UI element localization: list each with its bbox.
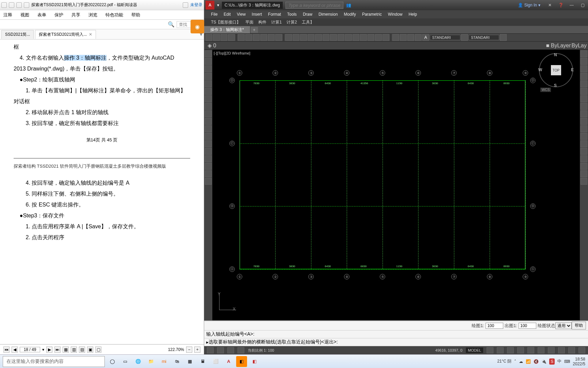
status-icon[interactable] — [207, 347, 214, 353]
status-icon[interactable] — [517, 347, 524, 353]
tool-icon[interactable] — [392, 34, 399, 41]
menu-tools[interactable]: Tools — [287, 12, 297, 17]
pdf-tab-1[interactable]: SSD2021简... — [1, 30, 34, 39]
tool-icon[interactable] — [461, 34, 468, 41]
battery-icon[interactable]: 🔌 — [541, 359, 546, 364]
tool-icon[interactable] — [407, 34, 414, 41]
layout-icon[interactable]: ▦ — [63, 347, 69, 353]
ime-icon[interactable]: ⌨ — [564, 359, 570, 364]
zoom-out-icon[interactable]: − — [186, 347, 192, 353]
tool-icon[interactable] — [581, 170, 587, 177]
status-icon[interactable] — [217, 347, 224, 353]
menu-comment[interactable]: 注释 — [3, 12, 12, 18]
cad-canvas[interactable]: [-][Top][2D Wireframe] TOP N S E W WCS ①… — [212, 50, 580, 320]
wifi-icon[interactable]: 📶 — [526, 359, 531, 364]
menu-browse[interactable]: 浏览 — [88, 12, 97, 18]
app-icon[interactable]: ⬜ — [210, 356, 221, 367]
color-select[interactable]: ■ ByLayer — [546, 43, 571, 49]
tool-icon[interactable] — [345, 34, 352, 41]
tool-icon[interactable] — [213, 34, 220, 41]
cad-search-input[interactable] — [285, 2, 343, 9]
tool-icon[interactable] — [375, 34, 382, 41]
clock[interactable]: 18:58 2022/5 — [573, 357, 585, 366]
status-icon[interactable] — [527, 347, 534, 353]
tool-icon[interactable] — [338, 34, 344, 41]
tool-icon[interactable] — [205, 178, 212, 185]
foxit-logo-icon[interactable]: ◉ — [191, 20, 204, 33]
tool-icon[interactable] — [581, 88, 587, 95]
menu-view[interactable]: View — [237, 12, 246, 17]
command-line[interactable]: ▸ 选取要标轴网最外侧的横断轴线(选取点靠近起始编号)<退出>: — [204, 338, 588, 346]
tool-icon[interactable] — [400, 34, 407, 41]
tool-icon[interactable] — [268, 34, 275, 41]
tool-icon[interactable] — [581, 155, 587, 162]
new-tab-icon[interactable]: ＋ — [250, 27, 258, 33]
onedrive-icon[interactable]: ☁ — [519, 359, 523, 364]
menu-plan[interactable]: 平面 — [245, 19, 254, 25]
menu-dimension[interactable]: Dimension — [318, 12, 338, 17]
viewcube[interactable]: TOP N S E W WCS — [539, 53, 573, 87]
tool-icon[interactable] — [581, 95, 587, 102]
tool-icon[interactable] — [205, 170, 212, 177]
tool-icon[interactable] — [581, 133, 587, 140]
tool-icon[interactable] — [205, 73, 212, 80]
tool-icon[interactable] — [315, 34, 322, 41]
tool-icon[interactable] — [581, 110, 587, 117]
tool-icon[interactable] — [205, 163, 212, 170]
tool-icon[interactable] — [205, 118, 212, 125]
tool-icon[interactable] — [205, 155, 212, 162]
textstyle-select[interactable]: STANDARI — [430, 35, 460, 40]
wcs-label[interactable]: WCS — [540, 88, 551, 92]
infocenter-icon[interactable]: 👥 — [346, 3, 351, 7]
tool-icon[interactable] — [260, 34, 267, 41]
layout-icon[interactable]: ▢ — [95, 347, 101, 353]
tool-icon[interactable] — [330, 34, 337, 41]
tool-icon[interactable] — [206, 34, 212, 41]
status-icon[interactable] — [538, 347, 544, 353]
app-icon[interactable]: ▦ — [184, 356, 195, 367]
menu-help[interactable]: 帮助 — [131, 12, 140, 18]
draw-state-select[interactable]: 通用 — [555, 322, 572, 329]
cloud-icon[interactable] — [183, 2, 188, 8]
tool-icon[interactable] — [581, 65, 587, 72]
tool-icon[interactable] — [581, 58, 587, 65]
tool-icon[interactable] — [205, 140, 212, 147]
text-icon[interactable]: A — [422, 34, 429, 41]
tool-icon[interactable] — [581, 80, 587, 87]
taskbar-search-input[interactable]: 在这里输入你要搜索的内容 — [3, 356, 105, 367]
redo-icon[interactable] — [16, 2, 22, 8]
tool-icon[interactable] — [382, 34, 389, 41]
login-status[interactable]: 未登录 — [190, 2, 202, 8]
pdf-document-view[interactable]: 框 4. 文件名右侧输入操作 3：轴网标注，文件类型确定为 AutoCAD 20… — [0, 40, 204, 344]
menu-format[interactable]: Format — [268, 12, 281, 17]
next-page-icon[interactable]: ▶ — [46, 347, 52, 353]
calculator-icon[interactable]: 🖩 — [197, 356, 208, 367]
tool-icon[interactable] — [581, 125, 587, 132]
tool-icon[interactable] — [323, 34, 329, 41]
store-icon[interactable]: 🛍 — [172, 356, 182, 367]
mi-icon[interactable]: mi — [159, 356, 169, 367]
tool-icon[interactable] — [360, 34, 367, 41]
menu-window[interactable]: Window — [388, 12, 403, 17]
page-input[interactable] — [20, 347, 40, 352]
linetype-select[interactable]: ByLay — [572, 43, 587, 49]
menu-share[interactable]: 共享 — [71, 12, 80, 18]
help-icon[interactable]: ❓ — [557, 1, 565, 9]
layout-icon[interactable]: ▣ — [87, 347, 93, 353]
menu-parametric[interactable]: Parametric — [362, 12, 382, 17]
tool-icon[interactable] — [205, 125, 212, 132]
tool-icon[interactable] — [205, 95, 212, 102]
status-icon[interactable] — [497, 347, 504, 353]
zoom-in-icon[interactable]: ＋ — [194, 347, 200, 353]
print-icon[interactable] — [24, 2, 29, 8]
status-icon[interactable] — [568, 347, 575, 353]
tool-icon[interactable] — [205, 103, 212, 110]
model-space-button[interactable]: MODEL — [466, 348, 483, 353]
status-icon[interactable] — [507, 347, 514, 353]
menu-edit[interactable]: Edit — [224, 12, 231, 17]
menu-tool[interactable]: 工具】 — [302, 19, 314, 25]
prev-page-icon[interactable]: ◀ — [12, 347, 18, 353]
status-icon[interactable] — [238, 347, 244, 353]
draw-scale-input[interactable] — [486, 323, 503, 329]
ime-indicator[interactable]: S — [549, 358, 555, 365]
